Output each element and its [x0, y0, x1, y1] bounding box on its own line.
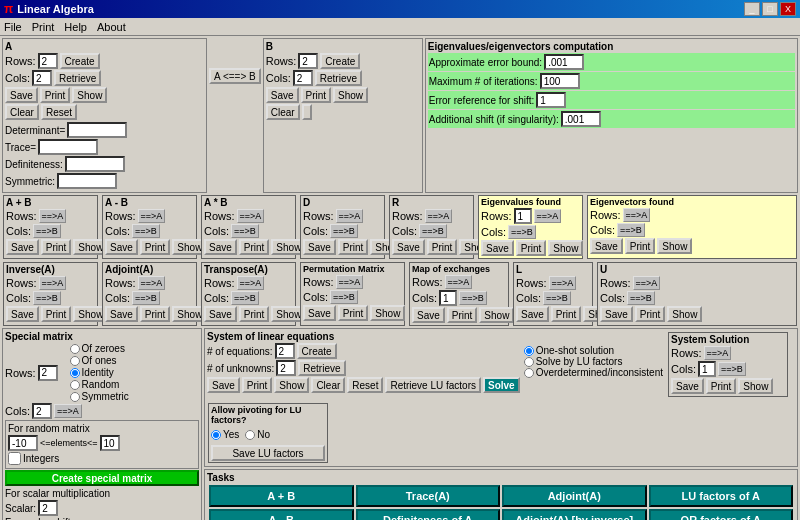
apb-rows-btn[interactable]: ==>A [39, 209, 67, 223]
amb-save-btn[interactable]: Save [105, 239, 138, 255]
radio-oneshot[interactable] [524, 346, 534, 356]
minimize-button[interactable]: _ [744, 2, 760, 16]
matrix-b-print-button[interactable]: Print [301, 87, 332, 103]
r-print-btn[interactable]: Print [427, 239, 458, 255]
random-max-input[interactable] [100, 435, 120, 451]
integers-checkbox[interactable] [8, 452, 21, 465]
inv-rows-btn[interactable]: ==>A [39, 276, 67, 290]
U-save-btn[interactable]: Save [600, 306, 633, 322]
radio-lu[interactable] [524, 357, 534, 367]
U-print-btn[interactable]: Print [635, 306, 666, 322]
trans-print-btn[interactable]: Print [239, 306, 270, 322]
syslinear-reset-btn[interactable]: Reset [347, 377, 383, 393]
eigenvecs-show-btn[interactable]: Show [657, 238, 692, 254]
menu-about[interactable]: About [97, 21, 126, 33]
matrix-a-rows-input[interactable] [38, 53, 58, 69]
apb-cols-btn[interactable]: ==>B [33, 224, 61, 238]
L-cols-btn[interactable]: ==>B [543, 291, 571, 305]
matrix-a-retrieve-button[interactable]: Retrieve [54, 70, 101, 86]
adj-print-btn[interactable]: Print [140, 306, 171, 322]
matrix-a-cols-input[interactable] [32, 70, 52, 86]
eigenvals-cols-btn[interactable]: ==>B [508, 225, 536, 239]
inv-cols-btn[interactable]: ==>B [33, 291, 61, 305]
syslinear-solve-btn[interactable]: Solve [483, 377, 520, 393]
matrix-b-create-button[interactable]: Create [320, 53, 360, 69]
mapex-show-btn[interactable]: Show [479, 307, 514, 323]
perm-cols-btn[interactable]: ==>B [330, 290, 358, 304]
syssol-cols-input[interactable] [698, 361, 716, 377]
matrix-a-reset-button[interactable]: Reset [41, 104, 77, 120]
perm-show-btn[interactable]: Show [370, 305, 405, 321]
radio-identity[interactable] [70, 368, 80, 378]
atb-save-btn[interactable]: Save [204, 239, 237, 255]
syslinear-save-btn[interactable]: Save [207, 377, 240, 393]
L-rows-btn[interactable]: ==>A [549, 276, 577, 290]
eigen-err-input[interactable] [544, 54, 584, 70]
special-rows-input[interactable] [38, 365, 58, 381]
d-save-btn[interactable]: Save [303, 239, 336, 255]
matrix-a-print-button[interactable]: Print [40, 87, 71, 103]
adj-save-btn[interactable]: Save [105, 306, 138, 322]
matrix-b-reset-a-button[interactable] [302, 104, 312, 120]
mapex-print-btn[interactable]: Print [447, 307, 478, 323]
ab-swap-button[interactable]: A <==> B [209, 68, 261, 84]
mapex-rows-btn[interactable]: ==>A [445, 275, 473, 289]
det-input[interactable] [67, 122, 127, 138]
radio-over[interactable] [524, 368, 534, 378]
eigenvecs-save-btn[interactable]: Save [590, 238, 623, 254]
pivot-yes[interactable] [211, 430, 221, 440]
task-apb[interactable]: A + B [209, 485, 354, 507]
U-cols-btn[interactable]: ==>B [627, 291, 655, 305]
eigenvecs-cols-btn[interactable]: ==>B [617, 223, 645, 237]
U-show-btn[interactable]: Show [667, 306, 702, 322]
L-save-btn[interactable]: Save [516, 306, 549, 322]
radio-random[interactable] [70, 380, 80, 390]
apb-print-btn[interactable]: Print [41, 239, 72, 255]
syssol-show-btn[interactable]: Show [738, 378, 773, 394]
close-button[interactable]: X [780, 2, 796, 16]
syslinear-clear-btn[interactable]: Clear [311, 377, 345, 393]
matrix-a-show-button[interactable]: Show [72, 87, 107, 103]
inv-print-btn[interactable]: Print [41, 306, 72, 322]
task-trace[interactable]: Trace(A) [356, 485, 501, 507]
eigenvals-print-btn[interactable]: Print [516, 240, 547, 256]
special-arrow-btn[interactable]: ==>A [54, 404, 82, 418]
syslinear-retrieve-button[interactable]: Retrieve [298, 360, 345, 376]
r-rows-btn[interactable]: ==>A [425, 209, 453, 223]
U-rows-btn[interactable]: ==>A [633, 276, 661, 290]
radio-ones[interactable] [70, 356, 80, 366]
trans-rows-btn[interactable]: ==>A [237, 276, 265, 290]
sym-input[interactable] [57, 173, 117, 189]
amb-rows-btn[interactable]: ==>A [138, 209, 166, 223]
save-lu-button[interactable]: Save LU factors [211, 445, 325, 461]
matrix-b-retrieve-button[interactable]: Retrieve [315, 70, 362, 86]
matrix-a-create-button[interactable]: Create [60, 53, 100, 69]
task-definiteness[interactable]: Definiteness of A [356, 509, 501, 520]
task-adjoint-inverse[interactable]: Adjoint(A) [by inverse] [502, 509, 647, 520]
trace-input[interactable] [38, 139, 98, 155]
perm-save-btn[interactable]: Save [303, 305, 336, 321]
syssol-rows-btn[interactable]: ==>A [704, 346, 732, 360]
matrix-b-save-button[interactable]: Save [266, 87, 299, 103]
eigenvals-save-btn[interactable]: Save [481, 240, 514, 256]
eigen-addshift-input[interactable] [561, 111, 601, 127]
matrix-b-clear-button[interactable]: Clear [266, 104, 300, 120]
syslinear-print-btn[interactable]: Print [242, 377, 273, 393]
create-special-button[interactable]: Create special matrix [5, 470, 199, 486]
random-min-input[interactable] [8, 435, 38, 451]
eigenvecs-print-btn[interactable]: Print [625, 238, 656, 254]
syslinear-retrieve-lu-btn[interactable]: Retrieve LU factors [385, 377, 481, 393]
matrix-b-cols-input[interactable] [293, 70, 313, 86]
syssol-save-btn[interactable]: Save [671, 378, 704, 394]
task-amb[interactable]: A - B [209, 509, 354, 520]
apb-save-btn[interactable]: Save [6, 239, 39, 255]
trans-save-btn[interactable]: Save [204, 306, 237, 322]
syssol-cols-btn[interactable]: ==>B [718, 362, 746, 376]
atb-cols-btn[interactable]: ==>B [231, 224, 259, 238]
mapex-cols-btn[interactable]: ==>B [459, 291, 487, 305]
eigen-shift-input[interactable] [536, 92, 566, 108]
trans-cols-btn[interactable]: ==>B [231, 291, 259, 305]
syssol-print-btn[interactable]: Print [706, 378, 737, 394]
atb-print-btn[interactable]: Print [239, 239, 270, 255]
menu-print[interactable]: Print [32, 21, 55, 33]
